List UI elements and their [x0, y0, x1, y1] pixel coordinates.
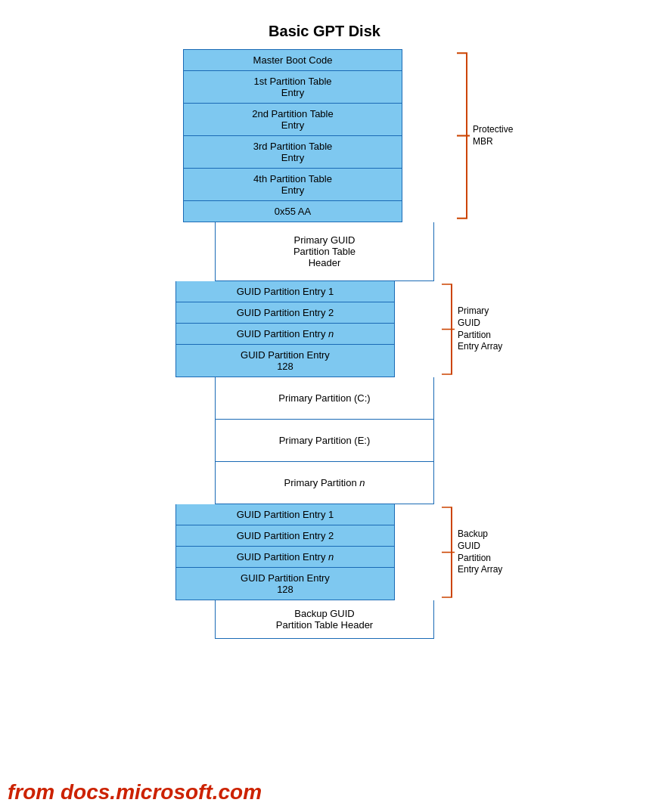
block-primary-partition-n: Primary Partition n	[215, 462, 434, 504]
block-guid-entry-1-backup: GUID Partition Entry 1	[175, 504, 395, 525]
block-0x55aa: 0x55 AA	[183, 201, 402, 222]
block-primary-partition-e: Primary Partition (E:)	[215, 420, 434, 462]
block-guid-entry-2-primary: GUID Partition Entry 2	[175, 302, 395, 324]
block-2nd-partition-table-entry: 2nd Partition TableEntry	[183, 104, 402, 136]
page-title: Basic GPT Disk	[269, 23, 380, 40]
backup-entry-array-bracket	[438, 504, 514, 600]
page-container: Basic GPT Disk Master Boot Code 1st Part…	[0, 0, 649, 812]
block-guid-entry-n-primary: GUID Partition Entry n	[175, 324, 395, 345]
block-1st-partition-table-entry: 1st Partition TableEntry	[183, 71, 402, 104]
block-4th-partition-table-entry: 4th Partition TableEntry	[183, 169, 402, 201]
diagram-wrapper: Master Boot Code 1st Partition TableEntr…	[135, 49, 514, 639]
block-guid-entry-128-primary: GUID Partition Entry128	[175, 345, 395, 377]
block-guid-entry-1-primary: GUID Partition Entry 1	[175, 281, 395, 302]
block-backup-guid-header: Backup GUIDPartition Table Header	[215, 600, 434, 639]
block-guid-entry-n-backup: GUID Partition Entry n	[175, 547, 395, 568]
block-guid-entry-128-backup: GUID Partition Entry128	[175, 568, 395, 600]
block-master-boot-code: Master Boot Code	[183, 49, 402, 71]
watermark: from docs.microsoft.com	[8, 780, 262, 804]
block-primary-partition-c: Primary Partition (C:)	[215, 377, 434, 420]
protective-mbr-bracket	[453, 49, 514, 222]
block-3rd-partition-table-entry: 3rd Partition TableEntry	[183, 136, 402, 169]
primary-entry-array-bracket	[438, 281, 514, 377]
block-primary-guid-header: Primary GUIDPartition TableHeader	[215, 222, 434, 281]
block-guid-entry-2-backup: GUID Partition Entry 2	[175, 525, 395, 547]
